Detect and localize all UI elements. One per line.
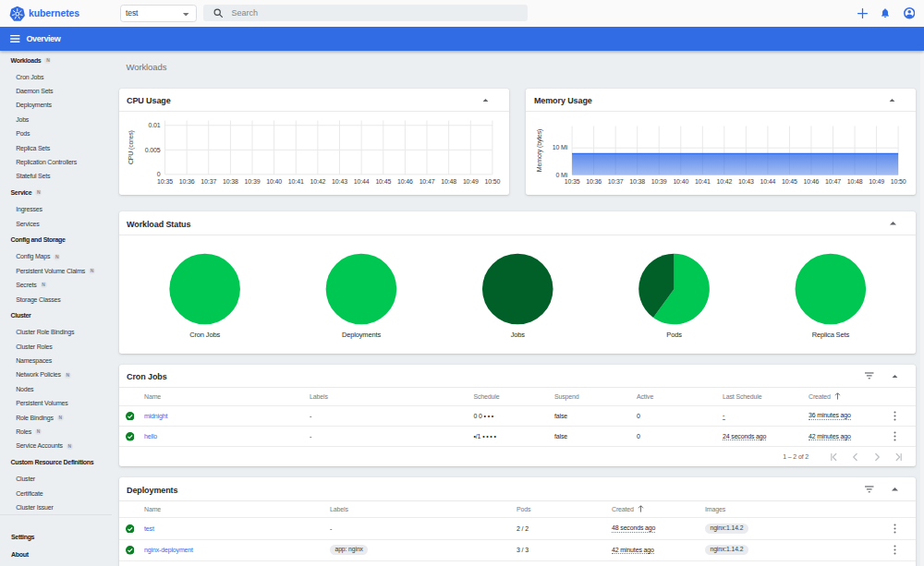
filter-icon[interactable] bbox=[865, 486, 874, 493]
first-page-icon[interactable] bbox=[823, 452, 845, 462]
collapse-caret-icon[interactable] bbox=[482, 99, 489, 102]
sidebar-group-service[interactable]: ServiceN bbox=[0, 186, 112, 199]
sidebar-item-jobs[interactable]: Jobs bbox=[0, 113, 112, 126]
column-header-labels[interactable]: Labels bbox=[330, 501, 348, 518]
kubernetes-logo-icon bbox=[9, 6, 26, 22]
column-header-schedule[interactable]: Schedule bbox=[474, 388, 500, 405]
pie-label: Pods bbox=[666, 331, 682, 339]
column-header-name[interactable]: Name bbox=[144, 501, 161, 518]
cell-name[interactable]: hello bbox=[144, 427, 157, 446]
sidebar-item-replication-controllers[interactable]: Replication Controllers bbox=[0, 155, 112, 169]
sidebar-item-persistent-volume-claims[interactable]: Persistent Volume ClaimsN bbox=[0, 264, 112, 278]
namespaced-badge: N bbox=[67, 443, 73, 450]
namespace-select[interactable]: test bbox=[120, 5, 197, 22]
y-tick-label: 0 Mi bbox=[556, 171, 568, 177]
x-tick-label: 10:36 bbox=[178, 178, 194, 185]
deployments-card: Deployments NameLabelsPodsCreatedImagest… bbox=[119, 477, 917, 566]
column-header-name[interactable]: Name bbox=[144, 388, 161, 405]
memory-usage-card: Memory Usage 0 Mi10 Mi10:3510:3610:3710:… bbox=[526, 89, 916, 196]
sidebar-group-cluster[interactable]: Cluster bbox=[0, 308, 112, 322]
sidebar-item-storage-classes[interactable]: Storage Classes bbox=[0, 293, 112, 307]
sidebar-item-roles[interactable]: RolesN bbox=[0, 425, 112, 439]
sidebar-item-role-bindings[interactable]: Role BindingsN bbox=[0, 411, 112, 425]
cell-schedule: 0 0 • • • bbox=[474, 406, 494, 426]
pie-label: Replica Sets bbox=[811, 331, 849, 339]
sort-arrow-up-icon bbox=[638, 505, 644, 512]
sidebar-item-deployments[interactable]: Deployments bbox=[0, 98, 112, 112]
column-header-suspend[interactable]: Suspend bbox=[554, 388, 579, 405]
column-header-active[interactable]: Active bbox=[637, 388, 653, 405]
last-page-icon[interactable] bbox=[887, 452, 908, 462]
collapse-caret-icon[interactable] bbox=[892, 375, 898, 379]
cell-labels: - bbox=[310, 406, 311, 426]
sidebar-group-workloads[interactable]: WorkloadsN bbox=[0, 54, 112, 67]
previous-page-icon[interactable] bbox=[845, 452, 866, 462]
account-circle-icon[interactable] bbox=[904, 7, 916, 19]
sidebar-item-certificate[interactable]: Certificate bbox=[0, 487, 112, 500]
cell-name[interactable]: midnight bbox=[144, 406, 167, 426]
cell-name[interactable]: test bbox=[144, 518, 154, 538]
status-succeeded bbox=[126, 540, 135, 560]
sidebar-item-cluster-issuer[interactable]: Cluster Issuer bbox=[0, 500, 112, 514]
x-tick-label: 10:43 bbox=[332, 178, 347, 185]
sidebar-divider bbox=[0, 514, 112, 515]
cpu-usage-title: CPU Usage bbox=[127, 96, 171, 105]
sidebar-item-cluster[interactable]: Cluster bbox=[0, 472, 112, 486]
x-tick-label: 10:48 bbox=[441, 178, 456, 185]
column-header-last_schedule[interactable]: Last Schedule bbox=[723, 388, 761, 405]
sidebar-item-stateful-sets[interactable]: Stateful Sets bbox=[0, 169, 112, 183]
sidebar-item-config-maps[interactable]: Config MapsN bbox=[0, 249, 112, 263]
namespaced-badge: N bbox=[44, 57, 51, 64]
bell-icon[interactable] bbox=[880, 7, 891, 18]
hamburger-menu-icon[interactable] bbox=[10, 35, 20, 42]
sidebar-item-namespaces[interactable]: Namespaces bbox=[0, 354, 112, 367]
kubernetes-brand[interactable]: kubernetes bbox=[9, 6, 111, 22]
row-actions-menu[interactable] bbox=[894, 518, 896, 538]
kebab-menu-icon[interactable] bbox=[894, 524, 896, 534]
sidebar-group-custom-resource-definitions[interactable]: Custom Resource Definitions bbox=[0, 455, 112, 469]
row-actions-menu[interactable] bbox=[894, 406, 896, 426]
row-actions-menu[interactable] bbox=[894, 427, 896, 446]
collapse-caret-icon[interactable] bbox=[890, 222, 896, 225]
column-header-labels[interactable]: Labels bbox=[310, 388, 328, 405]
kebab-menu-icon[interactable] bbox=[894, 431, 896, 441]
sidebar-item-secrets[interactable]: SecretsN bbox=[0, 278, 112, 292]
scrollbar-rail[interactable] bbox=[920, 51, 924, 566]
sidebar-item-pods[interactable]: Pods bbox=[0, 126, 112, 140]
kebab-menu-icon[interactable] bbox=[894, 545, 896, 555]
kebab-menu-icon[interactable] bbox=[894, 411, 896, 421]
sidebar-item-cluster-role-bindings[interactable]: Cluster Role Bindings bbox=[0, 325, 112, 339]
sidebar-item-replica-sets[interactable]: Replica Sets bbox=[0, 141, 112, 155]
sidebar-group-config-and-storage[interactable]: Config and Storage bbox=[0, 233, 112, 247]
table-row-nginx-deployment: nginx-deploymentapp: nginx3 / 342 minute… bbox=[119, 540, 917, 561]
sidebar-item-persistent-volumes[interactable]: Persistent Volumes bbox=[0, 396, 112, 410]
sidebar-item-cluster-roles[interactable]: Cluster Roles bbox=[0, 340, 112, 354]
column-header-created[interactable]: Created bbox=[612, 501, 644, 518]
check-circle-icon bbox=[126, 412, 135, 421]
status-succeeded bbox=[126, 518, 135, 538]
column-header-created[interactable]: Created bbox=[808, 388, 841, 405]
sidebar-item-nodes[interactable]: Nodes bbox=[0, 382, 112, 396]
sidebar-item-settings[interactable]: Settings bbox=[0, 529, 112, 547]
cell-name[interactable]: nginx-deployment bbox=[144, 540, 193, 560]
sidebar-item-network-policies[interactable]: Network PoliciesN bbox=[0, 367, 112, 381]
next-page-icon[interactable] bbox=[866, 452, 887, 462]
label-chip: nginx:1.14.2 bbox=[705, 524, 748, 534]
column-header-pods[interactable]: Pods bbox=[517, 501, 530, 518]
sidebar-item-cron-jobs[interactable]: Cron Jobs bbox=[0, 70, 112, 84]
search-input[interactable] bbox=[231, 8, 490, 18]
column-header-images[interactable]: Images bbox=[705, 501, 725, 518]
x-tick-label: 10:49 bbox=[869, 178, 885, 185]
search-bar[interactable] bbox=[203, 5, 528, 22]
collapse-caret-icon[interactable] bbox=[892, 488, 898, 491]
kubernetes-wordmark: kubernetes bbox=[29, 7, 79, 18]
sidebar-item-ingresses[interactable]: Ingresses bbox=[0, 202, 112, 216]
filter-icon[interactable] bbox=[865, 372, 874, 379]
plus-icon[interactable] bbox=[857, 8, 868, 18]
sidebar-item-service-accounts[interactable]: Service AccountsN bbox=[0, 439, 112, 452]
row-actions-menu[interactable] bbox=[894, 540, 896, 560]
sidebar-item-services[interactable]: Services bbox=[0, 217, 112, 231]
sidebar-item-daemon-sets[interactable]: Daemon Sets bbox=[0, 84, 112, 98]
sidebar-item-about[interactable]: About bbox=[0, 547, 112, 564]
collapse-caret-icon[interactable] bbox=[889, 99, 895, 102]
